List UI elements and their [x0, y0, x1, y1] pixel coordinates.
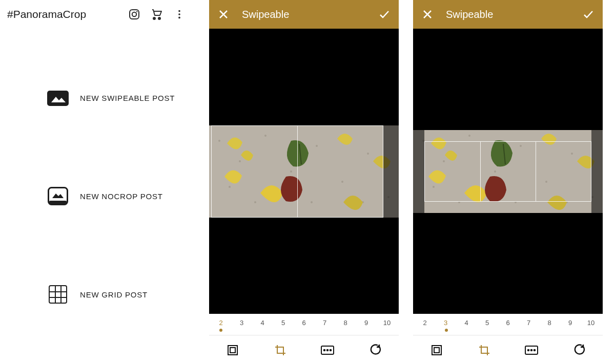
- close-icon[interactable]: [216, 7, 231, 22]
- svg-point-7: [178, 17, 180, 19]
- svg-point-4: [158, 17, 160, 19]
- menu-item-nocrop[interactable]: NEW NOCROP POST: [0, 181, 195, 211]
- editor-title: Swipeable: [231, 9, 377, 20]
- app-title: #PanoramaCrop: [7, 8, 123, 20]
- slice-ruler[interactable]: 2 3 4 5 6 7 8 9 10: [209, 314, 399, 335]
- menu-item-label: NEW NOCROP POST: [80, 192, 163, 201]
- frame-icon[interactable]: [220, 338, 245, 362]
- menu-item-label: NEW SWIPEABLE POST: [80, 94, 175, 102]
- svg-point-38: [330, 349, 332, 351]
- svg-rect-8: [47, 91, 69, 106]
- svg-point-36: [324, 349, 325, 351]
- menu-item-swipeable[interactable]: NEW SWIPEABLE POST: [0, 83, 195, 114]
- ruler-tick[interactable]: 4: [257, 319, 268, 327]
- nocrop-icon: [47, 187, 69, 205]
- svg-rect-34: [230, 348, 235, 353]
- menu-body: NEW SWIPEABLE POST NEW NOCROP POST: [0, 29, 195, 364]
- svg-rect-42: [434, 348, 439, 353]
- ruler-tick[interactable]: 7: [319, 319, 331, 327]
- close-icon[interactable]: [420, 7, 435, 22]
- ruler-tick[interactable]: 7: [523, 319, 535, 327]
- ruler-tick[interactable]: 2: [419, 319, 430, 327]
- slice-ruler[interactable]: 2 3 4 5 6 7 8 9 10: [413, 314, 603, 335]
- svg-rect-11: [49, 201, 67, 204]
- svg-point-6: [178, 13, 180, 15]
- frame-icon[interactable]: [424, 338, 449, 362]
- ruler-tick[interactable]: 3: [236, 319, 248, 327]
- cart-icon[interactable]: [146, 3, 168, 26]
- ruler-tick[interactable]: 5: [278, 319, 289, 327]
- editor-screen-2-slices: Swipeable 2 3 4 5 6 7 8 9 10: [209, 0, 399, 364]
- ruler-tick[interactable]: 9: [361, 319, 372, 327]
- ruler-tick[interactable]: 4: [461, 319, 472, 327]
- editor-canvas[interactable]: [413, 29, 603, 314]
- grid-icon: [47, 286, 69, 303]
- svg-point-1: [132, 12, 136, 16]
- ruler-indicator: [219, 329, 222, 332]
- svg-point-5: [178, 10, 180, 12]
- rotate-icon[interactable]: [567, 338, 591, 362]
- editor-toolbar: [413, 335, 603, 364]
- svg-rect-41: [432, 346, 441, 355]
- main-menu-screen: #PanoramaCrop: [0, 0, 195, 364]
- ruler-tick[interactable]: 9: [565, 319, 576, 327]
- svg-point-46: [534, 349, 536, 351]
- ruler-tick[interactable]: 5: [482, 319, 493, 327]
- ruler-tick[interactable]: 8: [544, 319, 555, 327]
- ruler-tick[interactable]: 10: [381, 319, 393, 327]
- svg-point-44: [528, 349, 529, 351]
- ruler-tick[interactable]: 6: [502, 319, 514, 327]
- editor-toolbar: [209, 335, 399, 364]
- svg-point-45: [531, 349, 532, 351]
- aspect-icon[interactable]: [519, 338, 544, 362]
- aspect-icon[interactable]: [315, 338, 340, 362]
- editor-header: Swipeable: [413, 0, 603, 29]
- svg-rect-33: [228, 346, 237, 355]
- ruler-tick[interactable]: 6: [298, 319, 310, 327]
- svg-marker-12: [52, 194, 64, 198]
- editor-canvas[interactable]: [209, 29, 399, 314]
- svg-point-3: [153, 17, 155, 19]
- editor-screen-3-slices: Swipeable 2 3 4 5 6 7 8 9 10: [413, 0, 603, 364]
- svg-rect-13: [49, 286, 67, 303]
- editor-title: Swipeable: [435, 9, 581, 20]
- more-icon[interactable]: [168, 3, 191, 26]
- menu-item-grid[interactable]: NEW GRID POST: [0, 279, 195, 310]
- ruler-indicator: [445, 329, 448, 332]
- ruler-tick[interactable]: 2: [215, 319, 227, 327]
- confirm-icon[interactable]: [581, 7, 596, 22]
- ruler-tick[interactable]: 10: [585, 319, 597, 327]
- crop-overlay[interactable]: [211, 125, 383, 218]
- confirm-icon[interactable]: [377, 7, 392, 22]
- instagram-icon[interactable]: [123, 3, 146, 26]
- crop-overlay[interactable]: [424, 141, 591, 202]
- svg-rect-0: [130, 10, 139, 19]
- editor-header: Swipeable: [209, 0, 399, 29]
- crop-icon[interactable]: [472, 338, 497, 362]
- swipeable-icon: [47, 90, 69, 107]
- rotate-icon[interactable]: [363, 338, 387, 362]
- menu-item-label: NEW GRID POST: [80, 290, 148, 299]
- ruler-tick[interactable]: 8: [340, 319, 351, 327]
- svg-point-2: [136, 11, 137, 12]
- svg-point-37: [327, 349, 329, 351]
- ruler-tick[interactable]: 3: [440, 319, 452, 327]
- main-menu-header: #PanoramaCrop: [0, 0, 195, 29]
- crop-icon[interactable]: [268, 338, 293, 362]
